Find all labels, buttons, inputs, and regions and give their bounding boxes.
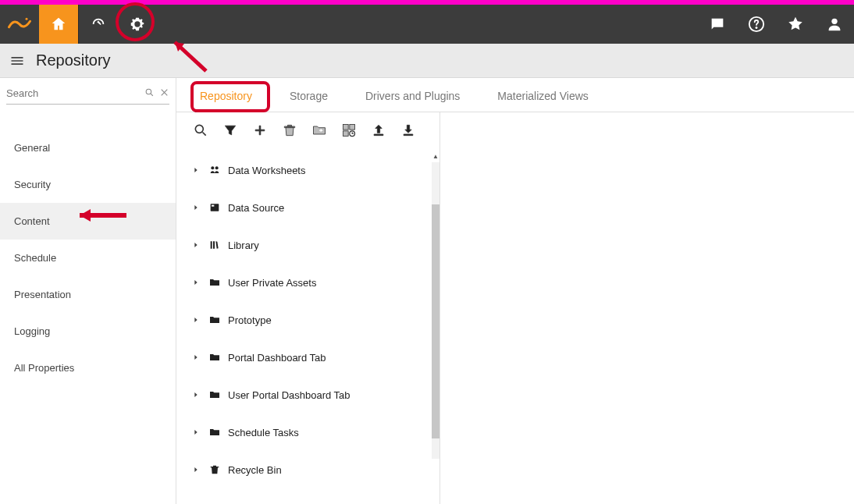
tab-materialized-views[interactable]: Materialized Views [493, 82, 592, 112]
chevron-right-icon[interactable] [192, 391, 201, 399]
chevron-right-icon[interactable] [192, 353, 201, 361]
sidebar: GeneralSecurityContentSchedulePresentati… [0, 78, 176, 504]
folder-move-button [311, 122, 328, 139]
tab-drivers-and-plugins[interactable]: Drivers and Plugins [361, 82, 464, 112]
sidebar-item-presentation[interactable]: Presentation [0, 276, 176, 313]
upload-button[interactable] [370, 122, 387, 139]
tree-item[interactable]: Schedule Tasks [176, 413, 439, 451]
folder-icon [208, 350, 222, 364]
search-button[interactable] [192, 122, 209, 139]
tree-item[interactable]: Data Worksheets [176, 151, 439, 189]
tree-item-label: Schedule Tasks [228, 427, 299, 438]
sidebar-item-label: Security [14, 179, 51, 190]
detail-pane [440, 112, 854, 504]
chat-button[interactable] [698, 5, 737, 44]
account-button[interactable] [815, 5, 854, 44]
tree-item-label: Portal Dashboard Tab [228, 352, 326, 364]
gauge-button[interactable] [79, 5, 118, 44]
tree-item[interactable]: User Private Assets [176, 264, 439, 301]
tree-item[interactable]: Portal Dashboard Tab [176, 339, 439, 376]
clear-search-icon[interactable] [159, 87, 169, 100]
tab-repository[interactable]: Repository [195, 82, 257, 112]
chevron-right-icon[interactable] [192, 166, 201, 174]
recycle-icon [208, 463, 222, 477]
chevron-right-icon[interactable] [192, 466, 201, 474]
scrollbar[interactable]: ▲ [432, 162, 439, 459]
tree-item-label: Data Source [228, 202, 284, 214]
toolbar [176, 112, 439, 148]
sidebar-item-label: General [14, 142, 50, 154]
folder-icon [208, 388, 222, 402]
grid-time-button [340, 122, 358, 139]
chevron-right-icon[interactable] [192, 204, 201, 211]
menu-icon[interactable] [9, 52, 27, 69]
brand-logo [0, 5, 39, 44]
folder-icon [208, 313, 222, 327]
tree-pane: Data WorksheetsData SourceLibraryUser Pr… [176, 112, 440, 504]
sidebar-item-label: Content [14, 215, 50, 227]
chevron-right-icon[interactable] [192, 279, 201, 286]
tree-item-label: Prototype [228, 314, 272, 326]
tree-item[interactable]: User Portal Dashboard Tab [176, 376, 439, 413]
star-button[interactable] [776, 5, 815, 44]
trash-button [281, 122, 298, 139]
download-button[interactable] [400, 122, 417, 139]
scroll-thumb[interactable] [432, 204, 439, 438]
search-row [6, 83, 169, 105]
tree-item[interactable]: Library [176, 226, 439, 264]
datasource-icon [208, 201, 222, 215]
chevron-right-icon[interactable] [192, 316, 201, 324]
worksheet-icon [208, 163, 222, 177]
tree-item[interactable]: Data Source [176, 189, 439, 226]
tree-item-label: Library [228, 240, 259, 251]
sidebar-item-logging[interactable]: Logging [0, 313, 176, 350]
sidebar-item-label: All Properties [14, 362, 74, 374]
tab-storage[interactable]: Storage [285, 82, 333, 112]
folder-icon [208, 275, 222, 289]
filter-button[interactable] [222, 122, 239, 139]
sidebar-item-general[interactable]: General [0, 130, 176, 166]
sidebar-item-label: Schedule [14, 252, 56, 264]
search-input[interactable] [6, 86, 144, 101]
tree-item-label: Recycle Bin [228, 464, 282, 476]
sidebar-item-label: Logging [14, 325, 50, 337]
add-button[interactable] [251, 122, 269, 139]
tree-item-label: User Private Assets [228, 277, 316, 289]
tree-item-label: Data Worksheets [228, 165, 305, 176]
sidebar-item-all-properties[interactable]: All Properties [0, 350, 176, 386]
settings-button[interactable] [118, 5, 157, 44]
tree-item[interactable]: Prototype [176, 301, 439, 339]
library-icon [208, 238, 222, 252]
top-nav [0, 5, 854, 44]
sidebar-item-label: Presentation [14, 289, 71, 300]
tree-item-label: User Portal Dashboard Tab [228, 389, 350, 401]
tabs: RepositoryStorageDrivers and PluginsMate… [176, 78, 854, 112]
sidebar-item-schedule[interactable]: Schedule [0, 240, 176, 276]
folder-icon [208, 425, 222, 439]
home-button[interactable] [39, 5, 78, 44]
chevron-right-icon[interactable] [192, 428, 201, 436]
page-header: Repository [0, 44, 854, 78]
sidebar-item-security[interactable]: Security [0, 166, 176, 203]
sidebar-item-content[interactable]: Content [0, 203, 176, 240]
tree-list: Data WorksheetsData SourceLibraryUser Pr… [176, 148, 439, 504]
page-title: Repository [36, 51, 111, 69]
svg-point-12 [26, 18, 28, 20]
chevron-right-icon[interactable] [192, 241, 201, 249]
help-button[interactable] [737, 5, 776, 44]
search-icon[interactable] [144, 87, 155, 100]
tree-item[interactable]: Recycle Bin [176, 451, 439, 488]
